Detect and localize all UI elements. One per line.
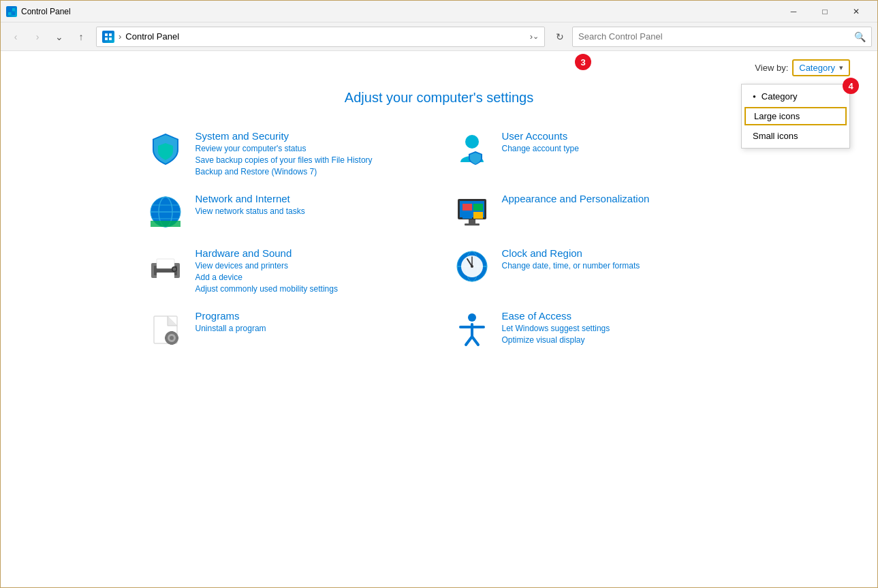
address-separator: ›: [119, 31, 121, 42]
network-internet-info: Network and Internet View network status…: [195, 193, 305, 216]
category-ease-of-access[interactable]: Ease of Access Let Windows suggest setti…: [439, 302, 746, 356]
forward-button[interactable]: ›: [28, 27, 47, 46]
programs-icon: [146, 310, 185, 348]
svg-point-28: [172, 268, 176, 271]
programs-title[interactable]: Programs: [195, 310, 266, 322]
system-security-link-2[interactable]: Save backup copies of your files with Fi…: [195, 155, 373, 165]
minimize-button[interactable]: ─: [778, 1, 809, 22]
category-programs[interactable]: Programs Uninstall a program: [133, 302, 439, 356]
network-internet-title[interactable]: Network and Internet: [195, 193, 305, 204]
viewby-caret-icon: ▾: [839, 63, 843, 72]
svg-rect-18: [473, 204, 483, 211]
system-security-link-1[interactable]: Review your computer's status: [195, 144, 373, 153]
svg-point-8: [465, 135, 479, 149]
svg-line-48: [472, 337, 478, 345]
svg-rect-40: [170, 331, 173, 333]
svg-line-47: [466, 337, 472, 345]
user-accounts-title[interactable]: User Accounts: [502, 130, 579, 142]
ease-of-access-link-1[interactable]: Let Windows suggest settings: [502, 324, 610, 333]
category-network-internet[interactable]: Network and Internet View network status…: [133, 185, 439, 239]
clock-region-icon: [453, 247, 491, 285]
svg-rect-21: [469, 219, 475, 224]
address-bar[interactable]: › Control Panel › ⌄: [96, 27, 545, 47]
viewby-label: View by:: [755, 63, 788, 73]
user-accounts-link-1[interactable]: Change account type: [502, 144, 579, 153]
app-icon: [6, 6, 17, 17]
svg-rect-25: [157, 259, 174, 268]
viewby-dropdown[interactable]: Category ▾: [792, 59, 850, 76]
nav-bar: ‹ › ⌄ ↑ › Control Panel › ⌄ ↻ 🔍: [1, 22, 877, 51]
appearance-icon: [453, 193, 491, 231]
up-button[interactable]: ↑: [72, 27, 91, 46]
bullet-icon: ●: [753, 93, 756, 99]
menu-item-category-label: Category: [762, 91, 798, 102]
title-bar: Control Panel ─ □ ✕: [1, 1, 877, 22]
svg-rect-22: [465, 223, 480, 226]
system-security-icon: [146, 130, 185, 168]
badge-3: 3: [575, 54, 591, 70]
svg-rect-19: [462, 212, 472, 219]
clock-region-title[interactable]: Clock and Region: [502, 247, 640, 259]
menu-item-large-icons[interactable]: Large icons: [744, 107, 847, 125]
address-text: Control Panel: [125, 31, 527, 42]
user-accounts-info: User Accounts Change account type: [502, 130, 579, 153]
svg-point-44: [468, 313, 476, 322]
hardware-sound-title[interactable]: Hardware and Sound: [195, 247, 338, 259]
window-title: Control Panel: [21, 7, 778, 16]
recent-locations-button[interactable]: ⌄: [50, 27, 69, 46]
hardware-sound-link-1[interactable]: View devices and printers: [195, 261, 338, 270]
svg-rect-42: [165, 337, 167, 339]
search-input[interactable]: [578, 31, 854, 42]
svg-rect-17: [462, 204, 472, 211]
category-hardware-sound[interactable]: Hardware and Sound View devices and prin…: [133, 239, 439, 302]
menu-item-category[interactable]: ● Category: [742, 87, 849, 106]
back-button[interactable]: ‹: [6, 27, 25, 46]
programs-link-1[interactable]: Uninstall a program: [195, 324, 266, 333]
maximize-button[interactable]: □: [809, 1, 841, 22]
window-controls: ─ □ ✕: [778, 1, 872, 22]
ease-of-access-link-2[interactable]: Optimize visual display: [502, 335, 610, 345]
hardware-sound-link-3[interactable]: Adjust commonly used mobility settings: [195, 284, 338, 294]
badge-4: 4: [843, 78, 859, 94]
clock-region-link-1[interactable]: Change date, time, or number formats: [502, 261, 640, 270]
svg-rect-3: [12, 12, 15, 15]
svg-rect-6: [105, 37, 108, 40]
hardware-sound-info: Hardware and Sound View devices and prin…: [195, 247, 338, 294]
network-internet-link-1[interactable]: View network status and tasks: [195, 206, 305, 216]
search-bar[interactable]: 🔍: [572, 27, 872, 47]
category-system-security[interactable]: System and Security Review your computer…: [133, 122, 439, 185]
ease-of-access-icon: [453, 310, 491, 348]
category-user-accounts[interactable]: User Accounts Change account type: [439, 122, 746, 185]
system-security-info: System and Security Review your computer…: [195, 130, 373, 176]
network-internet-icon: [146, 193, 185, 231]
menu-item-small-icons-label: Small icons: [753, 131, 798, 141]
appearance-personalization-title[interactable]: Appearance and Personalization: [502, 193, 650, 204]
ease-of-access-title[interactable]: Ease of Access: [502, 310, 610, 322]
menu-item-large-icons-label: Large icons: [754, 111, 800, 121]
close-button[interactable]: ✕: [841, 1, 872, 22]
refresh-button[interactable]: ↻: [550, 27, 569, 46]
viewby-menu: 4 ● Category Large icons Small icons: [741, 84, 850, 149]
appearance-personalization-info: Appearance and Personalization: [502, 193, 650, 204]
svg-rect-1: [12, 8, 15, 11]
categories-grid: System and Security Review your computer…: [133, 122, 746, 356]
hardware-sound-link-2[interactable]: Add a device: [195, 273, 338, 282]
menu-item-small-icons[interactable]: Small icons: [742, 127, 849, 145]
svg-rect-7: [109, 37, 112, 40]
category-clock-region[interactable]: Clock and Region Change date, time, or n…: [439, 239, 746, 302]
system-security-title[interactable]: System and Security: [195, 130, 373, 142]
viewby-value: Category: [799, 63, 835, 73]
hardware-sound-icon: [146, 247, 185, 285]
svg-rect-20: [473, 212, 483, 219]
svg-rect-5: [109, 33, 112, 36]
svg-rect-2: [8, 12, 11, 15]
clock-region-info: Clock and Region Change date, time, or n…: [502, 247, 640, 270]
address-icon: [102, 31, 114, 43]
system-security-link-3[interactable]: Backup and Restore (Windows 7): [195, 167, 373, 176]
svg-rect-4: [105, 33, 108, 36]
svg-rect-26: [157, 273, 174, 279]
search-icon[interactable]: 🔍: [854, 31, 866, 42]
address-dropdown-arrow[interactable]: ⌄: [533, 32, 539, 41]
svg-rect-43: [176, 337, 178, 339]
category-appearance-personalization[interactable]: Appearance and Personalization: [439, 185, 746, 239]
